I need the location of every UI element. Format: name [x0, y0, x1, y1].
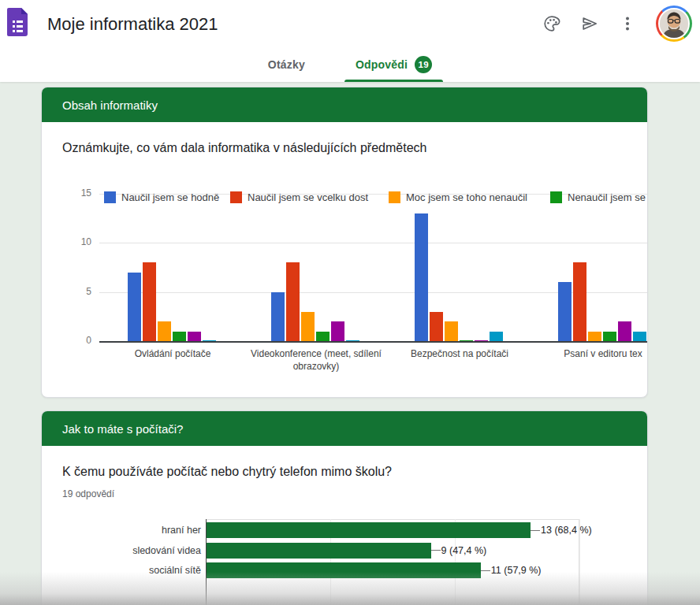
title-row: Moje informatika 2021: [0, 0, 700, 47]
bottom-scroll-fade: [0, 572, 700, 605]
value-label: 13 (68,4 %): [541, 525, 592, 536]
top-app-bar: Moje informatika 2021: [0, 0, 700, 82]
category-label: Videokonference (meet, sdílení obrazovky…: [233, 347, 399, 373]
legend-item: Moc jsem se toho nenaučil: [389, 191, 527, 203]
bar: [588, 332, 601, 341]
avatar-photo: [658, 8, 690, 39]
bar: [475, 340, 488, 341]
google-forms-icon[interactable]: [7, 8, 28, 36]
category-label: Bezpečnost na počítači: [377, 347, 542, 360]
bar: [490, 332, 503, 341]
bar: [346, 340, 359, 341]
bar: [573, 262, 586, 341]
x-axis-baseline: [99, 341, 648, 343]
tab-odpovedi-label: Odpovědi: [356, 58, 408, 71]
y-axis-tick-label: 15: [60, 187, 91, 199]
legend-swatch: [389, 191, 400, 203]
legend-swatch: [550, 191, 562, 203]
value-connector-line: [481, 570, 490, 571]
section-card-obsah-informatiky: Obsah informatiky Oznámkujte, co vám dal…: [41, 87, 648, 398]
gridline: [99, 243, 648, 243]
bar: [331, 321, 344, 341]
question-title: Oznámkujte, co vám dala informatika v ná…: [62, 141, 426, 155]
toolbar-actions: [542, 0, 692, 47]
palette-icon[interactable]: [542, 14, 561, 33]
bar: [188, 332, 201, 341]
legend-label: Moc jsem se toho nenaučil: [406, 191, 527, 203]
bar: [316, 332, 330, 341]
y-axis-tick-label: 0: [60, 335, 91, 346]
app-window: Moje informatika 2021: [0, 0, 700, 605]
bar: [415, 213, 428, 341]
bar: [173, 332, 186, 341]
y-axis-tick-label: 10: [60, 236, 91, 247]
value-label: 9 (47,4 %): [441, 545, 487, 556]
answers-count: 19 odpovědí: [62, 488, 114, 499]
bar: [301, 312, 315, 341]
bar: [558, 282, 572, 341]
bar: [143, 262, 156, 341]
bar: [158, 321, 171, 341]
tab-otazky-label: Otázky: [268, 58, 305, 71]
legend-label: Naučil jsem se vcelku dost: [248, 191, 368, 203]
send-icon[interactable]: [580, 14, 599, 33]
bar: [203, 340, 216, 341]
kebab-menu-icon[interactable]: [618, 14, 637, 33]
bar: [128, 273, 141, 341]
category-label: hraní her: [42, 525, 201, 536]
form-title[interactable]: Moje informatika 2021: [47, 14, 218, 35]
grouped-bar-chart: 151050Naučil jsem se hodněNaučil jsem se…: [42, 182, 648, 395]
question-title: K čemu používáte počítač nebo chytrý tel…: [62, 465, 392, 479]
category-label: sledování videa: [42, 545, 201, 556]
category-label: Psaní v editoru tex: [520, 347, 648, 360]
bar: [207, 543, 431, 559]
bar: [633, 332, 646, 341]
legend-item: Naučil jsem se hodně: [104, 191, 219, 203]
bar: [603, 332, 616, 341]
account-avatar[interactable]: [656, 6, 692, 42]
section-header: Jak to máte s počítači?: [42, 411, 647, 446]
legend-label: Nenaučil jsem se n: [568, 191, 648, 203]
tab-odpovedi[interactable]: Odpovědi 19: [344, 47, 443, 82]
legend-swatch: [230, 191, 242, 203]
section-header: Obsah informatiky: [42, 87, 647, 122]
legend-item: Nenaučil jsem se n: [550, 191, 648, 203]
legend-label: Naučil jsem se hodně: [121, 191, 219, 203]
bar: [618, 321, 631, 341]
value-connector-line: [531, 530, 540, 531]
value-connector-line: [431, 550, 441, 551]
tab-otazky[interactable]: Otázky: [257, 47, 316, 82]
bar: [430, 312, 443, 341]
bar: [445, 321, 458, 341]
y-axis-tick-label: 5: [60, 286, 91, 297]
responses-count-badge: 19: [415, 56, 432, 73]
legend-item: Naučil jsem se vcelku dost: [230, 191, 368, 203]
legend-swatch: [104, 191, 116, 203]
bar: [460, 340, 473, 341]
bar: [271, 292, 285, 341]
bar: [286, 262, 300, 341]
tab-bar: Otázky Odpovědi 19: [0, 47, 700, 82]
bar: [207, 522, 531, 538]
category-label: Ovládání počítače: [90, 347, 255, 360]
active-tab-underline: [344, 80, 443, 82]
